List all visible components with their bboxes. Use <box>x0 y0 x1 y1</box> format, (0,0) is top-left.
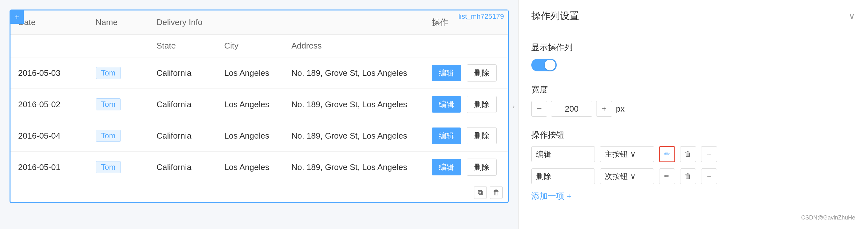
table-panel: + list_mh725179 Date Name Delivery Info … <box>0 0 518 229</box>
table-header-address-row: State City Address <box>10 35 508 58</box>
cell-ops-1: 编辑 删除 <box>424 89 508 120</box>
cell-name-1: Tom <box>88 89 149 120</box>
cell-city-2: Los Angeles <box>217 120 284 152</box>
action-btn-row-edit: 主按钮 ∨ ✏ 🗑 + <box>531 146 855 162</box>
cell-address-3: No. 189, Grove St, Los Angeles <box>284 152 424 183</box>
cell-state-2: California <box>149 120 217 152</box>
action-btns-label: 操作按钮 <box>531 129 855 141</box>
name-tag-1: Tom <box>96 98 121 110</box>
delete-button-3[interactable]: 删除 <box>467 159 497 176</box>
th-city: City <box>217 35 284 58</box>
th-date-sub <box>10 35 88 58</box>
action-edit-type-chevron: ∨ <box>630 150 636 159</box>
name-tag-2: Tom <box>96 130 121 142</box>
edit-button-1[interactable]: 编辑 <box>432 96 461 113</box>
copy-table-button[interactable]: ⧉ <box>474 186 487 199</box>
width-control: − + px <box>531 101 855 117</box>
action-edit-type-label: 主按钮 <box>605 149 628 159</box>
action-edit-type-select[interactable]: 主按钮 ∨ <box>600 146 654 162</box>
cell-date-3: 2016-05-01 <box>10 152 88 183</box>
action-delete-pencil-button[interactable]: ✏ <box>659 168 675 184</box>
cell-name-0: Tom <box>88 58 149 89</box>
cell-ops-0: 编辑 删除 <box>424 58 508 89</box>
action-edit-label-input[interactable] <box>531 146 595 162</box>
cell-ops-2: 编辑 删除 <box>424 120 508 152</box>
table-row: 2016-05-03 Tom California Los Angeles No… <box>10 58 508 89</box>
cell-name-2: Tom <box>88 120 149 152</box>
action-edit-pencil-button[interactable]: ✏ <box>659 146 675 162</box>
cell-date-1: 2016-05-02 <box>10 89 88 120</box>
delete-button-2[interactable]: 删除 <box>467 127 497 144</box>
th-name: Name <box>88 10 149 35</box>
settings-header: 操作列设置 ∨ <box>531 9 855 29</box>
toggle-thumb <box>545 60 555 70</box>
add-row-button[interactable]: + <box>10 10 24 24</box>
add-action-button[interactable]: 添加一项 + <box>531 191 571 202</box>
cell-state-0: California <box>149 58 217 89</box>
action-btns-section: 操作按钮 主按钮 ∨ ✏ 🗑 + 次按钮 ∨ ✏ 🗑 + 添加一项 + <box>531 129 855 202</box>
settings-close-icon[interactable]: ∨ <box>848 11 855 21</box>
show-ops-section: 显示操作列 <box>531 42 855 71</box>
cell-address-1: No. 189, Grove St, Los Angeles <box>284 89 424 120</box>
cell-city-3: Los Angeles <box>217 152 284 183</box>
action-delete-delete-button[interactable]: 🗑 <box>680 168 696 184</box>
expand-arrow-icon[interactable]: › <box>513 103 515 110</box>
edit-button-2[interactable]: 编辑 <box>432 127 461 144</box>
table-bottom-bar: ⧉ 🗑 <box>10 183 508 202</box>
th-name-sub <box>88 35 149 58</box>
table-body: 2016-05-03 Tom California Los Angeles No… <box>10 58 508 183</box>
cell-ops-3: 编辑 删除 <box>424 152 508 183</box>
cell-date-0: 2016-05-03 <box>10 58 88 89</box>
cell-city-1: Los Angeles <box>217 89 284 120</box>
width-section: 宽度 − + px <box>531 84 855 117</box>
delete-table-button[interactable]: 🗑 <box>490 186 503 199</box>
cell-name-3: Tom <box>88 152 149 183</box>
width-input[interactable] <box>551 101 592 117</box>
delete-button-0[interactable]: 删除 <box>467 64 497 81</box>
settings-title: 操作列设置 <box>531 9 579 23</box>
table-row: 2016-05-01 Tom California Los Angeles No… <box>10 152 508 183</box>
cell-date-2: 2016-05-04 <box>10 120 88 152</box>
table-container: + list_mh725179 Date Name Delivery Info … <box>9 9 509 203</box>
action-btn-row-delete: 次按钮 ∨ ✏ 🗑 + <box>531 168 855 184</box>
show-ops-label: 显示操作列 <box>531 42 855 53</box>
table-id-badge: list_mh725179 <box>455 10 508 23</box>
csdn-watermark: CSDN@GavinZhuHe <box>531 215 855 221</box>
th-address: Address <box>284 35 424 58</box>
action-edit-add-button[interactable]: + <box>701 146 717 162</box>
action-delete-type-chevron: ∨ <box>630 172 636 181</box>
delete-button-1[interactable]: 删除 <box>467 96 497 113</box>
th-ops-sub <box>424 35 508 58</box>
cell-state-1: California <box>149 89 217 120</box>
action-delete-label-input[interactable] <box>531 168 595 184</box>
action-delete-type-label: 次按钮 <box>605 171 628 182</box>
show-ops-toggle[interactable] <box>531 59 557 71</box>
edit-button-0[interactable]: 编辑 <box>432 65 461 81</box>
data-table: Date Name Delivery Info 操作 State City Ad… <box>10 10 508 183</box>
action-delete-add-button[interactable]: + <box>701 168 717 184</box>
cell-address-2: No. 189, Grove St, Los Angeles <box>284 120 424 152</box>
table-row: 2016-05-04 Tom California Los Angeles No… <box>10 120 508 152</box>
table-row: 2016-05-02 Tom California Los Angeles No… <box>10 89 508 120</box>
cell-city-0: Los Angeles <box>217 58 284 89</box>
action-edit-delete-button[interactable]: 🗑 <box>680 146 696 162</box>
edit-button-3[interactable]: 编辑 <box>432 159 461 176</box>
table-header-delivery-row: Date Name Delivery Info 操作 <box>10 10 508 35</box>
th-delivery-info: Delivery Info <box>149 10 424 35</box>
cell-state-3: California <box>149 152 217 183</box>
width-plus-button[interactable]: + <box>596 101 612 117</box>
cell-address-0: No. 189, Grove St, Los Angeles <box>284 58 424 89</box>
width-label: 宽度 <box>531 84 855 95</box>
name-tag-3: Tom <box>96 161 121 173</box>
settings-panel: 操作列设置 ∨ 显示操作列 宽度 − + px 操作按钮 主按钮 ∨ ✏ 🗑 + <box>518 0 868 229</box>
width-unit: px <box>616 104 624 114</box>
th-state: State <box>149 35 217 58</box>
width-minus-button[interactable]: − <box>531 101 547 117</box>
action-delete-type-select[interactable]: 次按钮 ∨ <box>600 168 654 184</box>
name-tag-0: Tom <box>96 67 121 79</box>
